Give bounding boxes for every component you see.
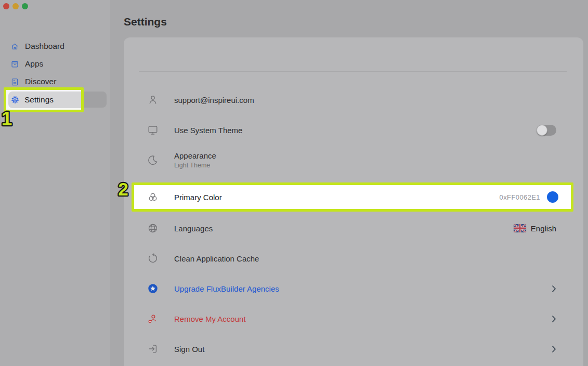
row-appearance[interactable]: Appearance Light Theme [124,145,583,175]
language-value: English [531,224,556,233]
sidebar-item-dashboard[interactable]: Dashboard [0,37,110,55]
close-window-button[interactable] [3,3,9,9]
refresh-icon [147,253,159,264]
system-theme-toggle[interactable] [537,125,556,136]
sidebar-item-label: Discover [25,77,56,86]
color-circles-icon [147,191,159,203]
row-sign-out[interactable]: Sign Out [124,334,583,364]
card-top-spacer [124,37,583,71]
row-use-system-theme[interactable]: Use System Theme [124,115,583,145]
sidebar-item-label: Dashboard [25,42,64,51]
appearance-label: Appearance [174,151,216,160]
toggle-knob [537,125,547,136]
row-clean-cache[interactable]: Clean Application Cache [124,243,583,273]
chevron-right-icon [552,285,556,293]
chevron-right-icon [552,345,556,353]
globe-icon [147,223,159,234]
sidebar-item-label: Settings [24,95,54,104]
zoom-window-button[interactable] [22,3,28,9]
svg-text:2: 2 [118,179,128,199]
settings-rows: support@inspireui.com Use System Theme [124,72,583,364]
primary-color-hex: 0xFF0062E1 [500,193,540,201]
annotation-marker-2: 2 [115,178,133,200]
row-upgrade-agencies[interactable]: Upgrade FluxBuilder Agencies [124,273,583,304]
primary-color-swatch[interactable] [547,191,558,203]
row-account-email[interactable]: support@inspireui.com [124,85,583,115]
row-languages[interactable]: Languages English [124,213,583,243]
row-remove-account[interactable]: Remove My Account [124,304,583,334]
sidebar-item-settings-highlighted[interactable]: Settings [8,92,81,108]
apps-box-icon [10,60,19,69]
sign-out-icon [147,343,159,355]
star-circle-icon [147,283,159,294]
minimize-window-button[interactable] [12,3,19,9]
display-icon [147,124,159,136]
person-remove-icon [147,313,159,324]
sidebar: Dashboard Apps Discover [0,0,110,366]
languages-label: Languages [174,224,213,233]
chevron-right-icon [552,315,556,323]
appearance-value: Light Theme [174,162,216,169]
window-controls [0,0,110,9]
uk-flag-icon [514,224,526,232]
annotation-box-1: Settings [4,87,84,112]
moon-icon [147,154,159,166]
clean-cache-label: Clean Application Cache [174,254,259,263]
use-system-theme-label: Use System Theme [174,126,242,135]
discover-doc-icon [10,77,19,86]
sidebar-item-apps[interactable]: Apps [0,55,110,73]
page-title: Settings [124,15,583,29]
sign-out-label: Sign Out [174,345,204,354]
settings-card: support@inspireui.com Use System Theme [124,37,583,366]
primary-color-label: Primary Color [174,193,222,202]
gear-icon [10,95,20,104]
person-icon [147,94,159,106]
annotation-marker-1: 1 [0,107,16,130]
svg-text:1: 1 [2,108,12,129]
remove-account-label: Remove My Account [174,315,246,323]
sidebar-item-label: Apps [25,59,43,69]
account-email: support@inspireui.com [174,96,254,104]
main-content: Settings support@inspireui.com [110,0,588,366]
annotation-box-2: Primary Color 0xFF0062E1 [132,182,573,212]
upgrade-agencies-label: Upgrade FluxBuilder Agencies [174,284,279,293]
home-icon [10,42,19,51]
row-primary-color[interactable]: Primary Color 0xFF0062E1 [134,185,571,209]
